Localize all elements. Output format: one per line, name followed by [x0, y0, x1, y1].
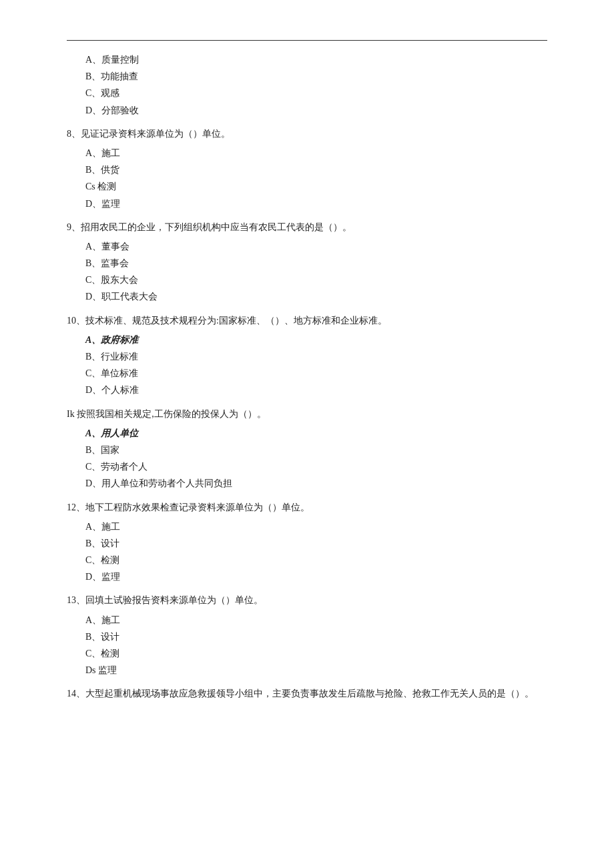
- q11-option-d: D、用人单位和劳动者个人共同负担: [85, 475, 547, 492]
- question-9-options: A、董事会 B、监事会 C、股东大会 D、职工代表大会: [67, 238, 547, 306]
- q10-option-c: C、单位标准: [85, 365, 547, 382]
- question-12-options: A、施工 B、设计 C、检测 D、监理: [67, 518, 547, 586]
- question-14-text: 14、大型起重机械现场事故应急救援领导小组中，主要负责事故发生后疏散与抢险、抢救…: [67, 685, 547, 702]
- q10-option-a: A、政府标准: [85, 332, 547, 348]
- q10-option-d: D、个人标准: [85, 382, 547, 398]
- q9-option-d: D、职工代表大会: [85, 288, 547, 305]
- q9-option-c: C、股东大会: [85, 272, 547, 288]
- q10-option-b: B、行业标准: [85, 348, 547, 365]
- q11-option-b: B、国家: [85, 442, 547, 458]
- q13-option-d: Ds 监理: [85, 662, 547, 679]
- top-divider: [67, 40, 547, 41]
- q8-option-b: B、供货: [85, 161, 547, 178]
- question-11-text: Ik 按照我国相关规定,工伤保险的投保人为（）。: [67, 406, 547, 422]
- q13-option-a: A、施工: [85, 612, 547, 628]
- question-8-text: 8、见证记录资料来源单位为（）单位。: [67, 125, 547, 142]
- q8-option-c: Cs 检测: [85, 178, 547, 195]
- q12-option-a: A、施工: [85, 518, 547, 535]
- q12-option-d: D、监理: [85, 568, 547, 585]
- option-d-acceptance: D、分部验收: [85, 102, 547, 119]
- q8-option-a: A、施工: [85, 145, 547, 161]
- q9-option-b: B、监事会: [85, 255, 547, 272]
- question-13: 13、回填土试验报告资料来源单位为（）单位。 A、施工 B、设计 C、检测 Ds…: [67, 592, 547, 679]
- top-options-block: A、质量控制 B、功能抽查 C、观感 D、分部验收: [67, 51, 547, 119]
- q9-option-a: A、董事会: [85, 238, 547, 255]
- q11-option-a: A、用人单位: [85, 425, 547, 442]
- option-a-quality: A、质量控制: [85, 51, 547, 68]
- option-c-view: C、观感: [85, 85, 547, 101]
- question-12: 12、地下工程防水效果检查记录资料来源单位为（）单位。 A、施工 B、设计 C、…: [67, 499, 547, 586]
- question-13-options: A、施工 B、设计 C、检测 Ds 监理: [67, 612, 547, 679]
- question-13-text: 13、回填土试验报告资料来源单位为（）单位。: [67, 592, 547, 608]
- q13-option-c: C、检测: [85, 645, 547, 662]
- question-8-options: A、施工 B、供货 Cs 检测 D、监理: [67, 145, 547, 212]
- page: A、质量控制 B、功能抽查 C、观感 D、分部验收 8、见证记录资料来源单位为（…: [0, 0, 614, 868]
- q11-option-c: C、劳动者个人: [85, 458, 547, 475]
- question-9-text: 9、招用农民工的企业，下列组织机构中应当有农民工代表的是（）。: [67, 219, 547, 236]
- q12-option-b: B、设计: [85, 535, 547, 552]
- question-12-text: 12、地下工程防水效果检查记录资料来源单位为（）单位。: [67, 499, 547, 516]
- question-10-options: A、政府标准 B、行业标准 C、单位标准 D、个人标准: [67, 332, 547, 399]
- question-8: 8、见证记录资料来源单位为（）单位。 A、施工 B、供货 Cs 检测 D、监理: [67, 125, 547, 212]
- question-11-options: A、用人单位 B、国家 C、劳动者个人 D、用人单位和劳动者个人共同负担: [67, 425, 547, 492]
- question-10-text: 10、技术标准、规范及技术规程分为:国家标准、（）、地方标准和企业标准。: [67, 312, 547, 329]
- question-10: 10、技术标准、规范及技术规程分为:国家标准、（）、地方标准和企业标准。 A、政…: [67, 312, 547, 399]
- question-14: 14、大型起重机械现场事故应急救援领导小组中，主要负责事故发生后疏散与抢险、抢救…: [67, 685, 547, 702]
- option-b-function: B、功能抽查: [85, 68, 547, 85]
- top-options: A、质量控制 B、功能抽查 C、观感 D、分部验收: [67, 51, 547, 119]
- question-11: Ik 按照我国相关规定,工伤保险的投保人为（）。 A、用人单位 B、国家 C、劳…: [67, 406, 547, 492]
- q8-option-d: D、监理: [85, 195, 547, 212]
- q12-option-c: C、检测: [85, 552, 547, 568]
- q13-option-b: B、设计: [85, 628, 547, 645]
- question-9: 9、招用农民工的企业，下列组织机构中应当有农民工代表的是（）。 A、董事会 B、…: [67, 219, 547, 306]
